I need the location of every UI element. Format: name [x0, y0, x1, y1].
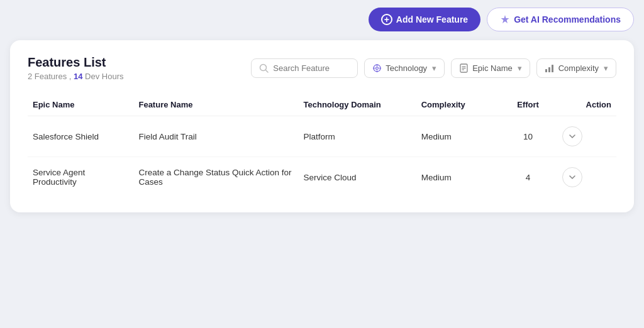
add-button-label: Add New Feature: [396, 14, 468, 25]
col-header-complexity: Complexity: [416, 94, 499, 116]
col-header-technology: Technology Domain: [299, 94, 416, 116]
search-box[interactable]: [251, 58, 358, 78]
col-header-feature: Feature Name: [133, 94, 298, 116]
table-row: Service Agent Productivity Create a Chan…: [28, 157, 616, 198]
svg-rect-13: [548, 67, 550, 72]
svg-line-1: [266, 70, 269, 73]
table-header-row: Epic Name Feature Name Technology Domain…: [28, 94, 616, 116]
main-card: Features List 2 Features , 14 Dev Hours: [10, 40, 634, 212]
col-header-effort: Effort: [499, 94, 558, 116]
chevron-down-icon: [569, 133, 576, 140]
cell-action-1: [557, 157, 616, 198]
dev-hours-suffix: Dev Hours: [82, 72, 123, 81]
features-table: Epic Name Feature Name Technology Domain…: [28, 94, 616, 197]
cell-feature-1: Create a Change Status Quick Action for …: [133, 157, 298, 198]
row-action-button-0[interactable]: [562, 126, 582, 146]
filter-row: Technology ▾ Epic Name ▾ Co: [251, 58, 616, 78]
plus-icon: +: [381, 14, 392, 25]
cell-epic-0: Salesforce Shield: [28, 116, 133, 157]
cell-effort-0: 10: [499, 116, 558, 157]
complexity-filter-label: Complexity: [558, 63, 599, 73]
col-header-action: Action: [557, 94, 616, 116]
cell-complexity-1: Medium: [416, 157, 499, 198]
search-input[interactable]: [273, 63, 342, 73]
complexity-chevron-icon: ▾: [604, 63, 608, 73]
technology-chevron-icon: ▾: [432, 63, 436, 73]
cell-technology-1: Service Cloud: [299, 157, 416, 198]
svg-rect-12: [545, 69, 547, 72]
technology-icon: [372, 63, 382, 73]
cell-complexity-0: Medium: [416, 116, 499, 157]
top-bar: + Add New Feature Get AI Recommendations: [10, 8, 634, 31]
epic-name-filter-label: Epic Name: [472, 63, 513, 73]
features-count: 2 Features ,: [28, 72, 74, 81]
svg-point-3: [376, 67, 379, 70]
technology-filter-dropdown[interactable]: Technology ▾: [364, 58, 445, 78]
chevron-down-icon: [569, 173, 576, 181]
table-row: Salesforce Shield Field Audit Trail Plat…: [28, 116, 616, 157]
technology-filter-label: Technology: [386, 63, 427, 73]
search-icon: [259, 63, 269, 73]
ai-recommendations-button[interactable]: Get AI Recommendations: [487, 8, 634, 31]
add-new-feature-button[interactable]: + Add New Feature: [369, 8, 480, 31]
epic-name-icon: [459, 63, 469, 73]
complexity-icon: [545, 63, 555, 73]
epic-name-chevron-icon: ▾: [518, 63, 522, 73]
features-title-block: Features List 2 Features , 14 Dev Hours: [28, 55, 123, 81]
complexity-filter-dropdown[interactable]: Complexity ▾: [536, 58, 616, 78]
sparkle-icon: [500, 14, 510, 25]
col-header-epic: Epic Name: [28, 94, 133, 116]
cell-technology-0: Platform: [299, 116, 416, 157]
card-header: Features List 2 Features , 14 Dev Hours: [28, 55, 616, 81]
row-action-button-1[interactable]: [562, 167, 582, 187]
cell-feature-0: Field Audit Trail: [133, 116, 298, 157]
dev-hours-highlight: 14: [74, 72, 82, 81]
cell-epic-1: Service Agent Productivity: [28, 157, 133, 198]
cell-action-0: [557, 116, 616, 157]
features-list-title: Features List: [28, 55, 123, 70]
cell-effort-1: 4: [499, 157, 558, 198]
epic-name-filter-dropdown[interactable]: Epic Name ▾: [451, 58, 530, 78]
features-subtitle: 2 Features , 14 Dev Hours: [28, 72, 123, 81]
ai-button-label: Get AI Recommendations: [514, 14, 621, 25]
svg-rect-14: [552, 65, 553, 72]
